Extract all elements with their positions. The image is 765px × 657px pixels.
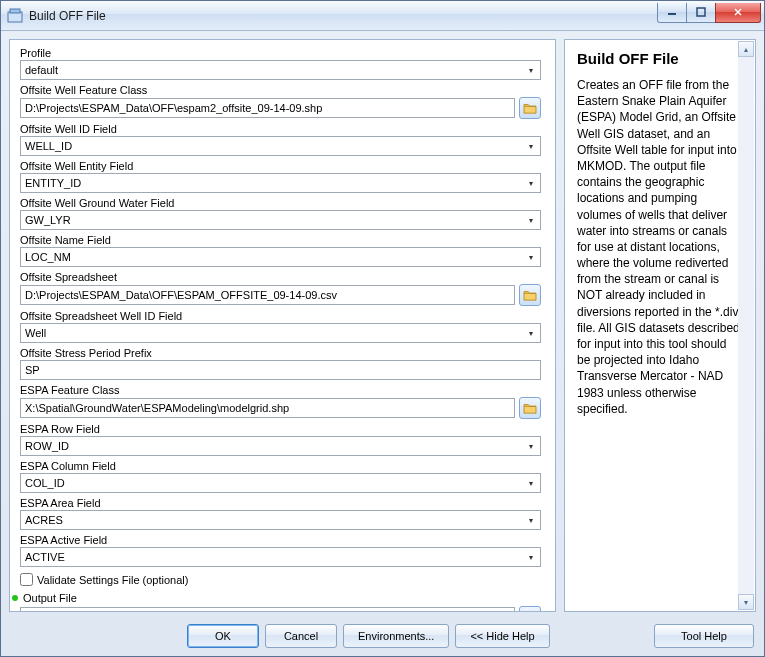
profile-label: Profile: [20, 46, 541, 60]
scroll-up-icon[interactable]: ▴: [738, 41, 754, 57]
offsite-gw-label: Offsite Well Ground Water Field: [20, 196, 541, 210]
form-panel: Profile default ▾ Offsite Well Feature C…: [9, 39, 556, 612]
browse-button[interactable]: [519, 284, 541, 306]
espa-col-value: COL_ID: [25, 477, 65, 489]
espa-row-dropdown[interactable]: ROW_ID ▾: [20, 436, 541, 456]
chevron-down-icon: ▾: [523, 475, 538, 491]
chevron-down-icon: ▾: [523, 512, 538, 528]
browse-button[interactable]: [519, 397, 541, 419]
offsite-id-label: Offsite Well ID Field: [20, 122, 541, 136]
offsite-id-value: WELL_ID: [25, 140, 72, 152]
espa-area-value: ACRES: [25, 514, 63, 526]
chevron-down-icon: ▾: [523, 138, 538, 154]
output-file-input[interactable]: [20, 607, 515, 612]
button-bar: OK Cancel Environments... << Hide Help T…: [1, 620, 764, 656]
titlebar: Build OFF File: [1, 1, 764, 31]
maximize-button[interactable]: [686, 3, 716, 23]
espa-active-value: ACTIVE: [25, 551, 65, 563]
espa-active-dropdown[interactable]: ACTIVE ▾: [20, 547, 541, 567]
espa-fc-label: ESPA Feature Class: [20, 383, 541, 397]
cancel-button[interactable]: Cancel: [265, 624, 337, 648]
espa-fc-input[interactable]: [20, 398, 515, 418]
ok-button[interactable]: OK: [187, 624, 259, 648]
espa-col-label: ESPA Column Field: [20, 459, 541, 473]
offsite-name-label: Offsite Name Field: [20, 233, 541, 247]
dialog-window: Build OFF File Profile default ▾ Offsite…: [0, 0, 765, 657]
offsite-name-dropdown[interactable]: LOC_NM ▾: [20, 247, 541, 267]
tool-help-button[interactable]: Tool Help: [654, 624, 754, 648]
offsite-gw-dropdown[interactable]: GW_LYR ▾: [20, 210, 541, 230]
chevron-down-icon: ▾: [523, 62, 538, 78]
offsite-sheet-id-dropdown[interactable]: Well ▾: [20, 323, 541, 343]
minimize-button[interactable]: [657, 3, 687, 23]
scroll-track[interactable]: [738, 57, 754, 594]
offsite-sheet-id-value: Well: [25, 327, 46, 339]
chevron-down-icon: ▾: [523, 249, 538, 265]
validate-label: Validate Settings File (optional): [37, 574, 188, 586]
environments-button[interactable]: Environments...: [343, 624, 449, 648]
profile-value: default: [25, 64, 58, 76]
window-controls: [658, 3, 764, 23]
chevron-down-icon: ▾: [523, 175, 538, 191]
offsite-entity-dropdown[interactable]: ENTITY_ID ▾: [20, 173, 541, 193]
browse-button[interactable]: [519, 606, 541, 612]
offsite-name-value: LOC_NM: [25, 251, 71, 263]
chevron-down-icon: ▾: [523, 325, 538, 341]
help-title: Build OFF File: [577, 50, 743, 67]
window-title: Build OFF File: [29, 9, 658, 23]
offsite-sheet-label: Offsite Spreadsheet: [20, 270, 541, 284]
help-panel: Build OFF File Creates an OFF file from …: [564, 39, 756, 612]
app-icon: [7, 8, 23, 24]
espa-active-label: ESPA Active Field: [20, 533, 541, 547]
offsite-id-dropdown[interactable]: WELL_ID ▾: [20, 136, 541, 156]
offsite-entity-label: Offsite Well Entity Field: [20, 159, 541, 173]
espa-row-label: ESPA Row Field: [20, 422, 541, 436]
profile-dropdown[interactable]: default ▾: [20, 60, 541, 80]
hide-help-button[interactable]: << Hide Help: [455, 624, 549, 648]
offsite-fc-label: Offsite Well Feature Class: [20, 83, 541, 97]
stress-prefix-input[interactable]: [20, 360, 541, 380]
validate-checkbox[interactable]: [20, 573, 33, 586]
browse-button[interactable]: [519, 97, 541, 119]
chevron-down-icon: ▾: [523, 438, 538, 454]
svg-rect-2: [668, 13, 676, 15]
scroll-down-icon[interactable]: ▾: [738, 594, 754, 610]
help-scrollbar[interactable]: ▴ ▾: [738, 41, 754, 610]
close-button[interactable]: [715, 3, 761, 23]
output-label: Output File: [23, 592, 77, 604]
espa-area-dropdown[interactable]: ACRES ▾: [20, 510, 541, 530]
chevron-down-icon: ▾: [523, 549, 538, 565]
offsite-fc-input[interactable]: [20, 98, 515, 118]
svg-rect-3: [697, 8, 705, 16]
offsite-sheet-input[interactable]: [20, 285, 515, 305]
espa-row-value: ROW_ID: [25, 440, 69, 452]
espa-col-dropdown[interactable]: COL_ID ▾: [20, 473, 541, 493]
svg-rect-1: [10, 9, 20, 13]
offsite-sheet-id-label: Offsite Spreadsheet Well ID Field: [20, 309, 541, 323]
chevron-down-icon: ▾: [523, 212, 538, 228]
offsite-gw-value: GW_LYR: [25, 214, 71, 226]
help-body: Creates an OFF file from the Eastern Sna…: [577, 77, 743, 417]
content-area: Profile default ▾ Offsite Well Feature C…: [1, 31, 764, 620]
stress-prefix-label: Offsite Stress Period Prefix: [20, 346, 541, 360]
offsite-entity-value: ENTITY_ID: [25, 177, 81, 189]
espa-area-label: ESPA Area Field: [20, 496, 541, 510]
required-indicator-icon: [12, 595, 18, 601]
